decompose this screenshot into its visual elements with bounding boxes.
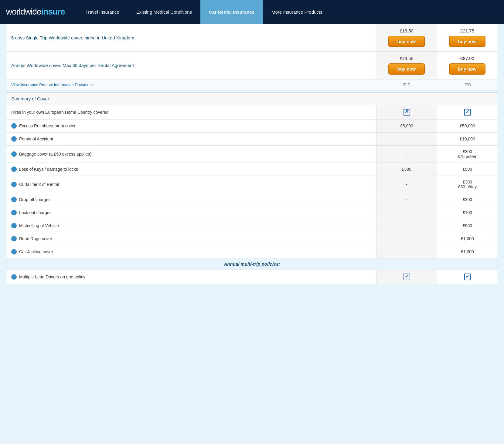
cover-label-2: i Personal Accident — [6, 133, 376, 145]
cover-col1-10: - — [376, 245, 437, 258]
cover-label-8: i Misfuelling of Vehicle — [6, 219, 376, 232]
cover-label-3: i Baggage cover (a £50 excess applies) — [6, 146, 376, 163]
cover-header-label: Summary of Cover: — [6, 92, 498, 105]
pricing-row-2: Annual Worldwide cover. Max 60 days per … — [6, 52, 498, 79]
price-amount-2-col2: £87.00 — [460, 56, 474, 61]
cover-col2-10: £1,000 — [437, 245, 498, 258]
cover-row-4: i Loss of Keys / damage to locks £500 £5… — [6, 163, 498, 176]
buy-btn-1-col2[interactable]: buy now — [449, 36, 485, 47]
cover-col2-1: £50,000 — [437, 119, 498, 132]
cover-row-5: i Curtailment of Rental - £300 £30 p/day — [6, 176, 498, 193]
nav-item-more[interactable]: More Insurance Products — [263, 0, 331, 24]
cover-col2-4: £500 — [437, 163, 498, 176]
pricing-table: 5 days Single Trip Worldwide cover, hiri… — [6, 24, 498, 90]
main-nav: Travel Insurance Existing Medical Condit… — [77, 0, 498, 24]
pricing-label-2: Annual Worldwide cover. Max 60 days per … — [6, 52, 376, 79]
annual-row-0: i Multiple Lead Drivers on one policy — [6, 270, 498, 284]
info-icon-9[interactable]: i — [11, 236, 17, 241]
checkbox-checked-annual-col1 — [404, 274, 410, 280]
ipid-col1[interactable]: IPID — [376, 79, 437, 90]
pricing-row-1: 5 days Single Trip Worldwide cover, hiri… — [6, 24, 498, 52]
cover-label-5: i Curtailment of Rental — [6, 176, 376, 193]
annual-col1-0 — [376, 270, 437, 284]
cover-col1-5: - — [376, 176, 437, 193]
pricing-col3-1: £21.75 buy now — [437, 24, 498, 51]
annual-label: Annual multi-trip policies: — [6, 258, 498, 270]
buy-btn-1-col1[interactable]: buy now — [388, 36, 425, 47]
cover-col1-8: - — [376, 219, 437, 232]
info-icon-4[interactable]: i — [11, 166, 17, 172]
cover-label-0: Hires in your own European Home Country … — [6, 105, 376, 119]
nav-item-travel[interactable]: Travel Insurance — [77, 0, 128, 24]
cover-label-4: i Loss of Keys / damage to locks — [6, 163, 376, 176]
cover-row-8: i Misfuelling of Vehicle - £500 — [6, 219, 498, 232]
cover-col1-1: £5,000 — [376, 119, 437, 132]
ipid-col2[interactable]: IPID — [437, 79, 498, 90]
price-amount-2-col1: £73.50 — [400, 56, 414, 61]
cover-col2-0 — [437, 105, 498, 119]
cover-row-6: i Drop off charges - £300 — [6, 193, 498, 206]
cover-col2-2: £10,000 — [437, 133, 498, 145]
cover-row-2: i Personal Accident - £10,000 — [6, 133, 498, 146]
logo-suffix: insure — [41, 7, 65, 16]
pricing-label-1: 5 days Single Trip Worldwide cover, hiri… — [6, 24, 376, 51]
cover-row-7: i Lock out charges - £100 — [6, 206, 498, 219]
cover-col1-3: - — [376, 146, 437, 163]
cover-row-3: i Baggage cover (a £50 excess applies) -… — [6, 146, 498, 163]
cover-col1-0 — [376, 105, 437, 119]
annual-label-0: i Multiple Lead Drivers on one policy — [6, 270, 376, 284]
cover-col2-3: £300 £75 p/item — [437, 146, 498, 163]
cover-label-9: i Road Rage cover — [6, 232, 376, 245]
info-icon-2[interactable]: i — [11, 136, 17, 142]
cover-col1-2: - — [376, 133, 437, 145]
info-icon-5[interactable]: i — [11, 182, 17, 187]
header: worldwideinsure Travel Insurance Existin… — [0, 0, 504, 24]
ipid-row: View Insurance Product Information Docum… — [6, 79, 498, 90]
cover-col1-6: - — [376, 193, 437, 206]
cover-row-0: Hires in your own European Home Country … — [6, 105, 498, 119]
info-icon-annual-0[interactable]: i — [11, 274, 17, 280]
cover-col2-7: £100 — [437, 206, 498, 219]
cover-col2-5: £300 £30 p/day — [437, 176, 498, 193]
cover-table: Summary of Cover: Hires in your own Euro… — [6, 92, 498, 284]
buy-btn-2-col2[interactable]: buy now — [449, 63, 485, 75]
cover-row-1: i Excess Reimbursement cover £5,000 £50,… — [6, 119, 498, 133]
cover-label-1: i Excess Reimbursement cover — [6, 119, 376, 132]
logo-prefix: worldwide — [6, 7, 41, 16]
nav-item-medical[interactable]: Existing Medical Conditions — [128, 0, 200, 24]
buy-btn-2-col1[interactable]: buy now — [388, 63, 425, 75]
cover-label-7: i Lock out charges — [6, 206, 376, 219]
ipid-label: View Insurance Product Information Docum… — [6, 79, 376, 90]
main-content: 5 days Single Trip Worldwide cover, hiri… — [0, 24, 504, 290]
info-icon-3[interactable]: i — [11, 151, 17, 157]
info-icon-7[interactable]: i — [11, 210, 17, 215]
cover-label-10: i Car Jacking cover — [6, 245, 376, 258]
cover-section-header: Summary of Cover: — [6, 92, 498, 105]
cover-row-10: i Car Jacking cover - £1,000 — [6, 245, 498, 258]
pricing-col2-2: £73.50 buy now — [376, 52, 437, 79]
checkbox-x-icon — [404, 109, 410, 116]
info-icon-10[interactable]: i — [11, 249, 17, 254]
info-icon-8[interactable]: i — [11, 223, 17, 228]
price-amount-1-col2: £21.75 — [460, 28, 474, 33]
cover-label-6: i Drop off charges — [6, 193, 376, 206]
annual-label-row: Annual multi-trip policies: — [6, 258, 498, 270]
cover-col1-7: - — [376, 206, 437, 219]
checkbox-checked-annual-col2 — [464, 274, 471, 280]
pricing-col3-2: £87.00 buy now — [437, 52, 498, 79]
nav-item-car-rental[interactable]: Car Rental Insurance — [200, 0, 263, 24]
cover-row-9: i Road Rage cover - £1,000 — [6, 232, 498, 245]
annual-col2-0 — [437, 270, 498, 284]
cover-col2-9: £1,000 — [437, 232, 498, 245]
checkbox-checked-icon — [464, 109, 471, 116]
logo[interactable]: worldwideinsure — [6, 7, 65, 17]
info-icon-1[interactable]: i — [11, 123, 17, 129]
cover-col2-6: £300 — [437, 193, 498, 206]
price-amount-1-col1: £18.50 — [400, 28, 414, 33]
cover-col1-9: - — [376, 232, 437, 245]
cover-col2-8: £500 — [437, 219, 498, 232]
cover-col1-4: £500 — [376, 163, 437, 176]
info-icon-6[interactable]: i — [11, 197, 17, 202]
pricing-col2-1: £18.50 buy now — [376, 24, 437, 51]
